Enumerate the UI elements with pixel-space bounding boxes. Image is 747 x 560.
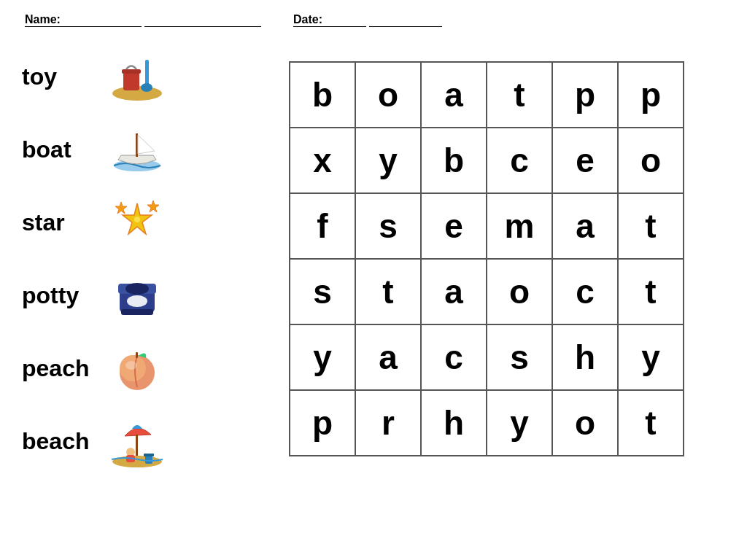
grid-cell-3-2: a <box>422 260 487 325</box>
svg-point-10 <box>134 217 140 222</box>
svg-rect-18 <box>136 352 138 358</box>
grid-cell-3-0: s <box>290 260 356 325</box>
svg-marker-9 <box>147 201 159 212</box>
grid-cell-1-5: o <box>619 128 684 194</box>
word-item-beach: beach <box>22 408 233 474</box>
grid-cell-0-1: o <box>356 63 422 128</box>
grid-cell-5-3: y <box>487 391 553 456</box>
grid-cell-3-1: t <box>356 260 422 325</box>
word-label-potty: potty <box>22 282 95 309</box>
icon-peach <box>108 341 166 396</box>
word-label-peach: peach <box>22 355 95 382</box>
grid-cell-0-0: b <box>290 63 356 128</box>
word-item-boat: boat <box>22 117 233 182</box>
grid-cell-2-5: t <box>619 194 684 260</box>
grid-cell-2-3: m <box>487 194 553 260</box>
grid-cell-1-1: y <box>356 128 422 194</box>
grid-cell-3-4: c <box>553 260 619 325</box>
grid-cell-4-5: y <box>619 325 684 391</box>
grid-cell-4-3: s <box>487 325 553 391</box>
grid-cell-2-4: a <box>553 194 619 260</box>
word-item-peach: peach <box>22 335 233 401</box>
svg-marker-8 <box>115 202 127 214</box>
svg-point-14 <box>127 295 147 307</box>
word-item-toy: toy <box>22 44 233 109</box>
grid-cell-2-1: s <box>356 194 422 260</box>
letter-grid: boatppxybceofsematstaoctyacshyprhyot <box>289 61 684 456</box>
icon-toy <box>108 50 166 104</box>
grid-cell-4-0: y <box>290 325 356 391</box>
grid-cell-1-4: e <box>553 128 619 194</box>
grid-cell-1-3: c <box>487 128 553 194</box>
grid-cell-4-4: h <box>553 325 619 391</box>
svg-point-13 <box>125 283 149 295</box>
grid-cell-5-0: p <box>290 391 356 456</box>
name-underline <box>144 13 261 27</box>
svg-point-19 <box>125 361 137 370</box>
svg-rect-25 <box>144 454 154 456</box>
date-label: Date: <box>293 13 366 27</box>
grid-cell-1-2: b <box>422 128 487 194</box>
date-field: Date: <box>290 13 442 27</box>
word-label-boat: boat <box>22 136 95 163</box>
svg-rect-3 <box>145 60 149 85</box>
icon-star <box>108 195 166 250</box>
grid-cell-4-2: c <box>422 325 487 391</box>
grid-cell-4-1: a <box>356 325 422 391</box>
grid-cell-1-0: x <box>290 128 356 194</box>
grid-cell-5-5: t <box>619 391 684 456</box>
name-field: Name: <box>22 13 261 27</box>
svg-rect-15 <box>121 309 153 315</box>
word-list: toy boat <box>22 40 233 478</box>
grid-cell-2-0: f <box>290 194 356 260</box>
icon-boat <box>108 122 166 177</box>
svg-point-4 <box>141 83 152 92</box>
grid-cell-5-2: h <box>422 391 487 456</box>
grid-cell-0-3: t <box>487 63 553 128</box>
icon-potty <box>108 268 166 323</box>
grid-cell-0-2: a <box>422 63 487 128</box>
grid-cell-5-4: o <box>553 391 619 456</box>
svg-rect-2 <box>122 69 141 74</box>
name-label: Name: <box>25 13 142 27</box>
svg-rect-20 <box>136 435 138 456</box>
grid-cell-5-1: r <box>356 391 422 456</box>
grid-cell-3-3: o <box>487 260 553 325</box>
svg-rect-1 <box>123 71 139 90</box>
word-label-beach: beach <box>22 428 95 455</box>
grid-cell-0-4: p <box>553 63 619 128</box>
word-label-star: star <box>22 209 95 236</box>
grid-area: boatppxybceofsematstaoctyacshyprhyot <box>248 40 725 478</box>
date-underline <box>369 13 442 27</box>
header: Name: Date: <box>0 0 747 33</box>
grid-cell-0-5: p <box>619 63 684 128</box>
word-label-toy: toy <box>22 63 95 90</box>
grid-cell-2-2: e <box>422 194 487 260</box>
word-item-star: star <box>22 190 233 255</box>
grid-cell-3-5: t <box>619 260 684 325</box>
main-content: toy boat <box>0 33 747 485</box>
icon-beach <box>108 414 166 469</box>
word-item-potty: potty <box>22 262 233 328</box>
